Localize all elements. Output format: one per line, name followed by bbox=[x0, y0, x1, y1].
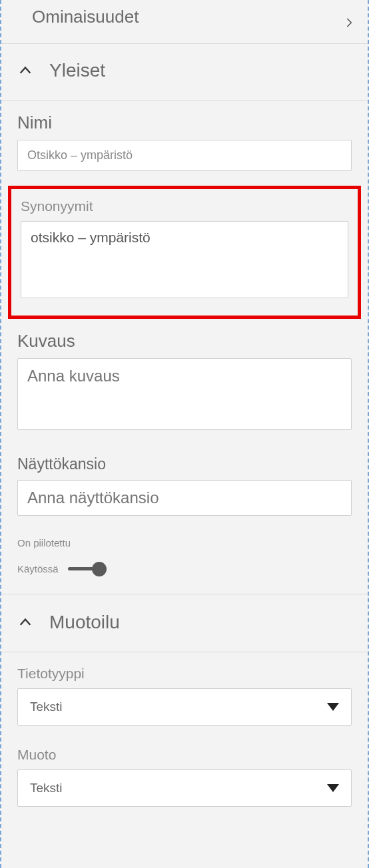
formatting-section-header[interactable]: Muotoilu bbox=[1, 594, 368, 652]
toggle-label: Käytössä bbox=[17, 563, 59, 574]
name-input[interactable] bbox=[17, 140, 352, 171]
datatype-select[interactable]: Teksti bbox=[17, 688, 352, 726]
display-folder-input[interactable] bbox=[17, 480, 352, 516]
format-label: Muoto bbox=[17, 747, 352, 763]
name-label: Nimi bbox=[17, 112, 352, 133]
properties-header[interactable]: Ominaisuudet bbox=[1, 0, 368, 44]
dropdown-caret-icon bbox=[327, 703, 339, 711]
toggle-knob bbox=[92, 562, 107, 576]
properties-panel: Ominaisuudet Yleiset Nimi Synonyymit Kuv… bbox=[0, 0, 369, 868]
synonyms-label: Synonyymit bbox=[21, 198, 348, 214]
formatting-section-title: Muotoilu bbox=[49, 612, 120, 633]
synonyms-input[interactable] bbox=[21, 221, 348, 298]
format-group: Muoto Teksti bbox=[1, 732, 368, 813]
datatype-value: Teksti bbox=[30, 700, 63, 714]
description-field-group: Kuvaus bbox=[1, 324, 368, 439]
general-section-title: Yleiset bbox=[49, 60, 105, 81]
description-input[interactable] bbox=[17, 358, 352, 430]
datatype-label: Tietotyyppi bbox=[17, 666, 352, 682]
hidden-toggle[interactable] bbox=[68, 562, 108, 575]
general-section-header[interactable]: Yleiset bbox=[1, 44, 368, 101]
properties-title: Ominaisuudet bbox=[32, 7, 139, 27]
name-field-group: Nimi bbox=[1, 101, 368, 178]
hidden-label: On piilotettu bbox=[17, 537, 352, 548]
display-folder-group: Näyttökansio bbox=[1, 439, 368, 523]
chevron-right-icon bbox=[344, 12, 354, 23]
hidden-group: On piilotettu bbox=[1, 523, 368, 548]
dropdown-caret-icon bbox=[327, 784, 339, 792]
toggle-row: Käytössä bbox=[1, 558, 368, 594]
chevron-up-icon bbox=[17, 614, 33, 630]
synonyms-highlight: Synonyymit bbox=[8, 186, 361, 319]
format-select[interactable]: Teksti bbox=[17, 769, 352, 807]
description-label: Kuvaus bbox=[17, 331, 352, 351]
chevron-up-icon bbox=[17, 63, 33, 79]
datatype-group: Tietotyyppi Teksti bbox=[1, 652, 368, 732]
display-folder-label: Näyttökansio bbox=[17, 455, 352, 473]
format-value: Teksti bbox=[30, 781, 63, 795]
